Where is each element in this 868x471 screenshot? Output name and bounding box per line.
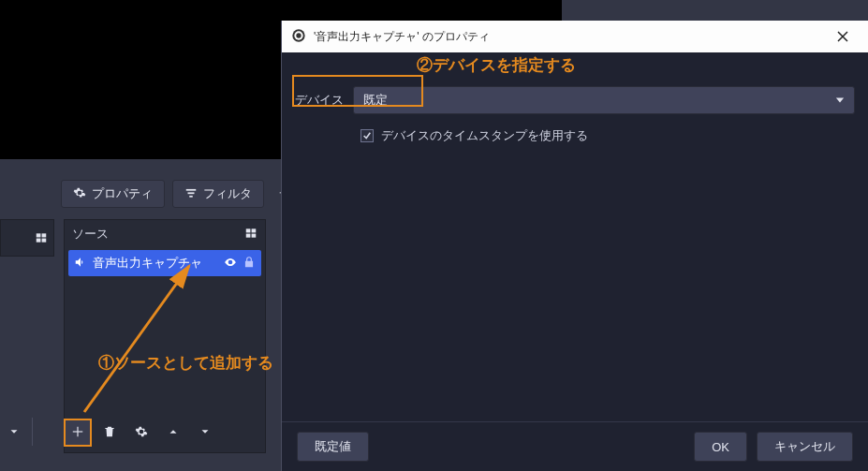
device-select-value: 既定 <box>363 92 388 109</box>
source-item-label: 音声出力キャプチャ <box>93 255 202 272</box>
ok-button-label: OK <box>712 440 729 454</box>
svg-rect-6 <box>42 239 47 243</box>
timestamp-checkbox[interactable] <box>360 129 374 142</box>
svg-point-13 <box>296 33 301 37</box>
remove-source-button[interactable] <box>96 418 124 446</box>
divider <box>32 418 33 446</box>
svg-rect-0 <box>186 188 197 190</box>
obs-icon <box>291 28 306 46</box>
cancel-button[interactable]: キャンセル <box>757 432 853 462</box>
scenes-bottom-toolbar <box>0 418 33 446</box>
dialog-footer: 既定値 OK キャンセル <box>282 421 868 471</box>
trash-icon <box>103 425 116 438</box>
speaker-icon <box>74 256 87 272</box>
filters-button[interactable]: フィルタ <box>172 180 264 208</box>
properties-button[interactable]: プロパティ <box>61 180 165 208</box>
device-field-label: デバイス <box>295 92 344 109</box>
move-down-button[interactable] <box>191 418 219 446</box>
lock-icon[interactable] <box>243 256 256 272</box>
check-icon <box>362 131 372 140</box>
close-icon <box>837 31 848 42</box>
dialog-body: デバイス 既定 デバイスのタイムスタンプを使用する <box>282 52 868 421</box>
svg-rect-8 <box>252 228 257 232</box>
svg-rect-9 <box>246 233 251 237</box>
gear-icon <box>73 186 86 202</box>
close-button[interactable] <box>827 21 859 52</box>
sources-panel-header: ソース <box>65 220 265 248</box>
timestamp-checkbox-label: デバイスのタイムスタンプを使用する <box>381 127 588 144</box>
chevron-down-icon <box>835 96 845 105</box>
cancel-button-label: キャンセル <box>774 439 835 453</box>
timestamp-checkbox-row[interactable]: デバイスのタイムスタンプを使用する <box>360 127 855 144</box>
ok-button[interactable]: OK <box>694 432 747 462</box>
gear-icon <box>135 425 148 438</box>
svg-rect-5 <box>37 239 41 243</box>
defaults-button-label: 既定値 <box>315 439 351 453</box>
device-field-row: デバイス 既定 <box>295 86 855 114</box>
svg-rect-7 <box>246 228 251 232</box>
svg-rect-3 <box>37 233 41 237</box>
properties-dialog: '音声出力キャプチャ' のプロパティ デバイス 既定 デバイスのタイムスタンプを… <box>281 21 868 471</box>
expand-icon <box>35 231 48 244</box>
filters-button-label: フィルタ <box>203 185 252 202</box>
defaults-button[interactable]: 既定値 <box>297 432 369 462</box>
svg-rect-10 <box>252 233 257 237</box>
scene-move-down-button[interactable] <box>0 418 28 446</box>
svg-rect-1 <box>188 192 195 194</box>
pop-out-icon[interactable] <box>244 227 257 243</box>
properties-button-label: プロパティ <box>92 185 153 202</box>
device-select[interactable]: 既定 <box>353 86 855 114</box>
source-item-audio-output[interactable]: 音声出力キャプチャ <box>68 250 261 276</box>
dialog-title: '音声出力キャプチャ' のプロパティ <box>314 29 490 45</box>
chevron-down-icon <box>7 425 21 438</box>
add-source-button[interactable] <box>64 418 92 446</box>
sources-panel-title: ソース <box>72 226 109 243</box>
svg-rect-2 <box>189 195 193 197</box>
plus-icon <box>71 425 84 438</box>
visibility-icon[interactable] <box>224 256 237 272</box>
svg-rect-4 <box>42 233 47 237</box>
chevron-up-icon <box>167 425 180 438</box>
filter-icon <box>184 186 198 202</box>
source-settings-button[interactable] <box>127 418 155 446</box>
move-up-button[interactable] <box>159 418 187 446</box>
chevron-down-icon <box>199 425 212 438</box>
sources-bottom-toolbar <box>64 418 219 446</box>
scenes-panel-collapsed[interactable] <box>0 219 54 257</box>
dialog-titlebar: '音声出力キャプチャ' のプロパティ <box>282 21 868 52</box>
